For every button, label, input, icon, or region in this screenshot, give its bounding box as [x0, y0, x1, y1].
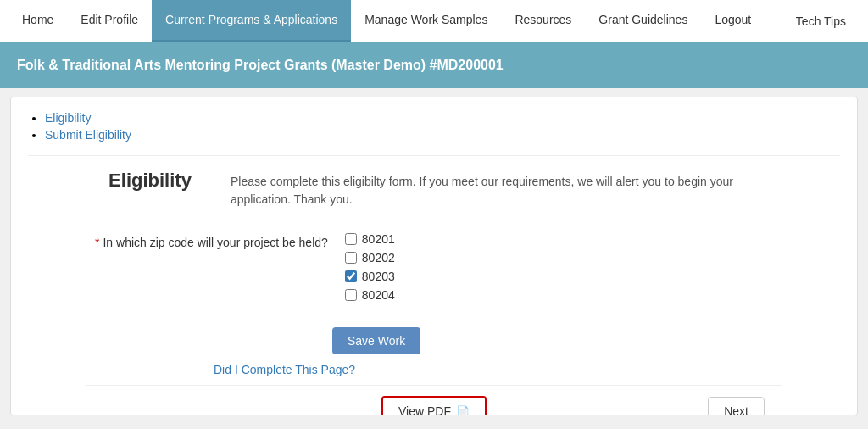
checkbox-input-80202[interactable]: [345, 252, 357, 264]
navbar: Home Edit Profile Current Programs & App…: [0, 0, 868, 42]
bottom-bar: View PDF 📄 Next: [86, 385, 782, 415]
form-section: Eligibility Please complete this eligibi…: [28, 170, 840, 415]
nav-item-resources[interactable]: Resources: [501, 0, 585, 42]
checkbox-input-80203[interactable]: [345, 270, 357, 282]
required-star: *: [95, 236, 99, 249]
sidebar-links: Eligibility Submit Eligibility: [28, 111, 840, 156]
complete-link[interactable]: Did I Complete This Page?: [214, 363, 355, 376]
tech-tips-link[interactable]: Tech Tips: [782, 14, 860, 28]
checkboxes: 80201 80202 80203 80204: [345, 232, 395, 302]
checkbox-80202[interactable]: 80202: [345, 251, 395, 265]
nav-item-grant-guidelines[interactable]: Grant Guidelines: [585, 0, 701, 42]
question-row: *In which zip code will your project be …: [95, 232, 773, 302]
checkbox-80203[interactable]: 80203: [345, 270, 395, 283]
checkbox-80201[interactable]: 80201: [345, 232, 395, 246]
nav-item-home[interactable]: Home: [8, 0, 67, 42]
view-pdf-button[interactable]: View PDF 📄: [381, 396, 487, 415]
checkbox-input-80201[interactable]: [345, 233, 357, 245]
main-content: Eligibility Submit Eligibility Eligibili…: [10, 97, 858, 415]
nav-item-edit-profile[interactable]: Edit Profile: [67, 0, 152, 42]
page-header: Folk & Traditional Arts Mentoring Projec…: [0, 42, 868, 88]
complete-link-area: Did I Complete This Page?: [214, 363, 858, 376]
nav-items: Home Edit Profile Current Programs & App…: [8, 0, 782, 42]
nav-item-current-programs[interactable]: Current Programs & Applications: [152, 0, 351, 42]
save-work-button[interactable]: Save Work: [332, 327, 420, 354]
nav-item-logout[interactable]: Logout: [701, 0, 765, 42]
form-title: Eligibility: [95, 170, 231, 192]
checkbox-input-80204[interactable]: [345, 289, 357, 301]
page-title: Folk & Traditional Arts Mentoring Projec…: [17, 58, 504, 72]
pdf-icon: 📄: [456, 405, 470, 416]
checkbox-80204[interactable]: 80204: [345, 288, 395, 302]
next-button[interactable]: Next: [708, 397, 765, 415]
form-header: Eligibility Please complete this eligibi…: [95, 170, 773, 209]
sidebar-link-submit-eligibility[interactable]: Submit Eligibility: [45, 128, 131, 142]
save-work-area: Save Work: [95, 319, 773, 354]
sidebar-link-eligibility[interactable]: Eligibility: [45, 111, 91, 125]
form-description: Please complete this eligibilty form. If…: [231, 170, 773, 209]
nav-item-manage-work-samples[interactable]: Manage Work Samples: [351, 0, 501, 42]
question-label: *In which zip code will your project be …: [95, 232, 345, 252]
